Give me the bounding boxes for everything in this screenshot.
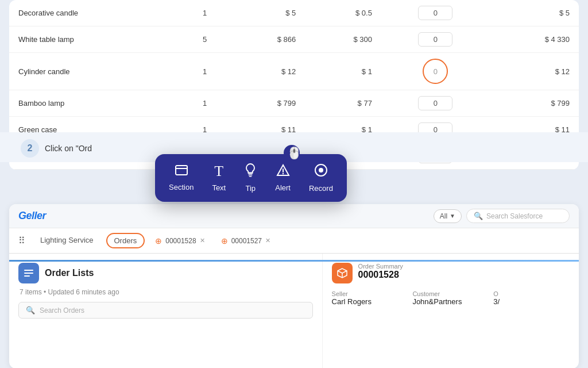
- svg-rect-3: [249, 175, 253, 176]
- customer-label: Customer: [412, 290, 489, 297]
- tab-icon: ⊕: [155, 236, 162, 246]
- qty: 1: [170, 53, 216, 90]
- tab-icon: ⊕: [221, 236, 228, 246]
- seller-field: Seller Carl Rogers: [332, 290, 408, 306]
- order-summary-info: Order Summary 00001528: [358, 263, 403, 280]
- sf-right-panel: Order Summary 00001528 Seller Carl Roger…: [323, 254, 579, 368]
- qty-cell: [381, 90, 490, 117]
- table-row: White table lamp 5 $ 866 $ 300 $ 4 330: [9, 26, 579, 53]
- tooltip-item-tip[interactable]: Tip: [244, 163, 257, 193]
- apps-icon[interactable]: ⠿: [18, 235, 25, 246]
- price: $ 12: [216, 53, 305, 90]
- svg-rect-9: [24, 270, 33, 271]
- qty-input[interactable]: [418, 96, 452, 110]
- tab-lighting-service[interactable]: Lighting Service: [32, 230, 102, 252]
- tooltip-item-section[interactable]: Section: [169, 164, 194, 191]
- order-search[interactable]: 🔍 Search Orders: [18, 302, 313, 319]
- total: $ 12: [490, 53, 579, 90]
- sf-search-box[interactable]: 🔍 Search Salesforce: [466, 209, 570, 223]
- qty: 1: [170, 0, 216, 26]
- close-tab-2[interactable]: ✕: [265, 237, 270, 244]
- price: $ 799: [216, 90, 305, 117]
- svg-rect-11: [24, 275, 30, 277]
- tip-label: Tip: [245, 184, 256, 193]
- svg-rect-2: [248, 173, 253, 174]
- search-placeholder: Search Orders: [40, 306, 84, 315]
- svg-rect-10: [24, 273, 33, 274]
- qty-input[interactable]: [418, 6, 452, 20]
- tab-00001528[interactable]: ⊕ 00001528 ✕: [149, 234, 210, 248]
- section-icon: [175, 164, 188, 178]
- qty-cell: [381, 26, 490, 53]
- alert-icon: [276, 164, 290, 179]
- search-icon: 🔍: [474, 212, 483, 220]
- sf-brand: Geller: [18, 210, 46, 222]
- qty-cell: [381, 0, 490, 26]
- tooltip-item-record[interactable]: Record: [309, 163, 333, 193]
- svg-rect-4: [249, 176, 252, 177]
- order-summary-label: Order Summary: [358, 263, 403, 270]
- tip-icon: [244, 163, 257, 179]
- product-name: White table lamp: [9, 26, 170, 53]
- table-row-highlighted: Cylinder candle 1 $ 12 $ 1 0 $ 12: [9, 53, 579, 90]
- qty: 1: [170, 90, 216, 117]
- tooltip-item-text[interactable]: T Text: [212, 164, 226, 192]
- close-button[interactable]: ×: [284, 145, 300, 161]
- sf-all-button[interactable]: All ▼: [434, 209, 462, 223]
- total: $ 799: [490, 90, 579, 117]
- highlighted-qty[interactable]: 0: [423, 59, 448, 84]
- extra-field: O 3/: [493, 290, 570, 306]
- table-row: Decorative candle 1 $ 5 $ 0.5 $ 5: [9, 0, 579, 26]
- total: $ 5: [490, 0, 579, 26]
- seller-value: Carl Rogers: [332, 297, 408, 306]
- qty: 5: [170, 26, 216, 53]
- record-icon: [314, 163, 328, 179]
- product-name: Decorative candle: [9, 0, 170, 26]
- order-summary-icon: [332, 263, 353, 283]
- total: $ 4 330: [490, 26, 579, 53]
- salesforce-card: Geller All ▼ 🔍 Search Salesforce ⠿ Light…: [9, 204, 579, 368]
- record-label: Record: [309, 184, 333, 193]
- tax: $ 1: [305, 53, 381, 90]
- alert-label: Alert: [275, 183, 291, 192]
- order-lists-icon: [18, 263, 39, 283]
- search-icon: 🔍: [26, 306, 35, 315]
- seller-label: Seller: [332, 290, 408, 297]
- price: $ 5: [216, 0, 305, 26]
- svg-rect-0: [176, 166, 187, 175]
- qty-cell-highlighted: 0: [381, 53, 490, 90]
- order-lists-header: Order Lists: [18, 263, 313, 283]
- tax: $ 300: [305, 26, 381, 53]
- customer-value: John&Partners: [412, 297, 489, 306]
- order-lists-title: Order Lists: [45, 268, 94, 278]
- order-summary-number: 00001528: [358, 270, 403, 280]
- sf-left-panel: Order Lists 7 items • Updated 6 minutes …: [9, 254, 323, 368]
- tab-orders[interactable]: Orders: [106, 233, 145, 248]
- qty-input[interactable]: [418, 32, 452, 47]
- product-name: Bamboo lamp: [9, 90, 170, 117]
- tab-00001527[interactable]: ⊕ 00001527 ✕: [215, 234, 276, 248]
- svg-point-8: [319, 168, 323, 172]
- product-name: Cylinder candle: [9, 53, 170, 90]
- tax: $ 77: [305, 90, 381, 117]
- step-text: Click on "Ord: [45, 144, 92, 153]
- order-meta: 7 items • Updated 6 minutes ago: [18, 288, 313, 296]
- extra-value: 3/: [493, 297, 570, 306]
- svg-point-6: [282, 173, 283, 174]
- table-row: Bamboo lamp 1 $ 799 $ 77 $ 799: [9, 90, 579, 117]
- extra-label: O: [493, 290, 570, 297]
- sf-divider: [9, 260, 579, 262]
- step-badge: 2: [21, 139, 39, 158]
- tooltip-popup: Section T Text Tip Alert: [155, 154, 347, 202]
- order-summary-header: Order Summary 00001528: [332, 263, 570, 283]
- text-label: Text: [212, 183, 226, 192]
- sf-tabs: ⠿ Lighting Service Orders ⊕ 00001528 ✕ ⊕…: [9, 228, 579, 254]
- sf-body: Order Lists 7 items • Updated 6 minutes …: [9, 254, 579, 368]
- tooltip-item-alert[interactable]: Alert: [275, 164, 291, 192]
- order-fields: Seller Carl Rogers Customer John&Partner…: [332, 290, 570, 306]
- close-tab-1[interactable]: ✕: [200, 237, 205, 244]
- text-icon: T: [214, 164, 223, 179]
- sf-header: Geller All ▼ 🔍 Search Salesforce: [9, 204, 579, 228]
- section-label: Section: [169, 183, 194, 191]
- tax: $ 0.5: [305, 0, 381, 26]
